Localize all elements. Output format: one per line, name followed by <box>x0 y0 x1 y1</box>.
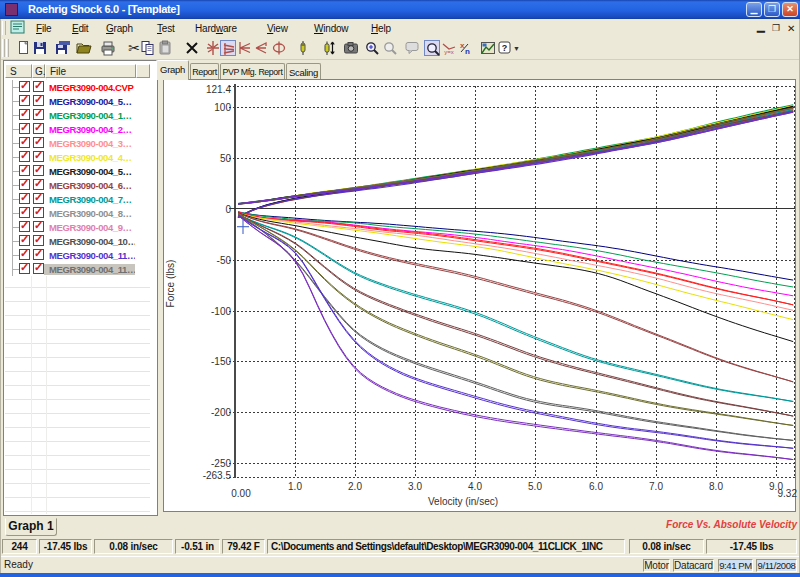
svg-text:✂: ✂ <box>128 40 140 56</box>
svg-text:y=x: y=x <box>444 49 454 55</box>
svg-text:?: ? <box>502 43 508 53</box>
svg-text:n: n <box>465 47 470 56</box>
